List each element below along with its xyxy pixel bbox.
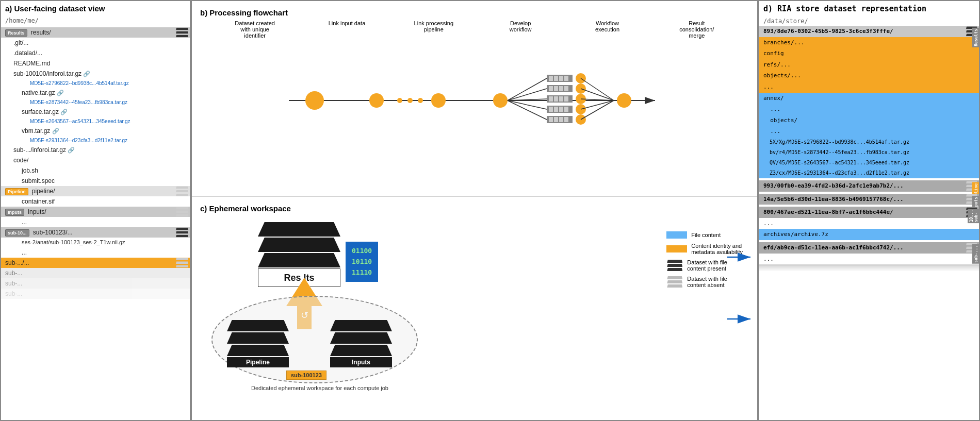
ria-objects-meta: objects/... [759,70,979,81]
step-label-3: Develop workflow [500,20,541,39]
ria-section-sub-efd: efd/ab9ca-d51c-11ea-aa6b-ac1f6bbc4742/..… [759,242,979,254]
link-icon-5: 🔗 [68,147,75,153]
step-label-5: Result consolidation/ merge [674,20,720,39]
svg-rect-33 [559,107,563,112]
ria-md5-3: QV/45/MD5E-s2643567--ac54321...345eeed.t… [759,158,979,168]
tree-row-sub-fade1: sub-... [1,268,190,278]
ria-fade-3 [759,268,979,271]
tree-row-sub-orange: sub-.../... [1,258,190,268]
svg-line-42 [508,78,547,100]
workspace-diagram: Res lts 01100 10110 11110 [206,216,433,386]
tree-row-jobsh: job.sh [1,165,190,176]
tree-row-submitspec: submit.spec [1,176,190,186]
legend-ds-absent: Dataset with filecontent absent [666,276,743,288]
legend-label-absent: Dataset with filecontent absent [687,276,727,288]
panel-d-root: /data/store/ [759,16,979,26]
ria-sub10-dots: ... [759,218,979,229]
legend-stack-gray [666,276,683,288]
ria-annex-objects: objects/ [759,115,979,126]
link-icon-2: 🔗 [57,90,64,96]
panel-c: c) Ephemeral workspace Res lts 01100 [192,197,757,420]
tree-row-container: container.sif [1,196,190,207]
ria-efd-dots: ... [759,254,979,265]
legend-ds-present: Dataset with filecontent present [666,259,743,272]
ria-md5-2: bv/r4/MD5E-s2873442--45fea23...fb983ca.t… [759,147,979,158]
panel-c-title: c) Ephemeral workspace [196,201,753,216]
ria-header-inputs: 14a/5e5b6-d30d-11ea-8836-b4969157768c/..… [759,194,979,205]
pipeline-label: Pipeline [227,357,289,367]
panel-a-content: Results results/ .git/... .datalad/... R… [1,25,190,420]
ria-annex: annex/ [759,93,979,104]
ria-section-sub10: 800/467ae-d521-11ea-8bf7-ac1f6bbc444e/ s… [759,207,979,218]
panel-a-root: /home/me/ [1,16,190,25]
legend-stack-dark [666,259,683,272]
svg-rect-32 [554,107,558,112]
legend-label-present: Dataset with filecontent present [687,259,727,272]
tree-row-vbm: vbm.tar.gz 🔗 [1,126,190,136]
tree-row-ses2: ses-2/anat/sub-100123_ses-2_T1w.nii.gz [1,238,190,247]
inputs-label: Inputs [330,357,392,367]
tree-row-git: .git/... [1,38,190,48]
tree-row-sub100123: sub-10... sub-100123/... [1,227,190,238]
panel-a-title: a) User-facing dataset view [1,1,190,16]
svg-rect-19 [549,86,553,91]
ria-annex-dots2: ... [759,126,979,137]
tree-row-md5-1: MD5E-s2796822--bd9938c...4b514af.tar.gz [1,79,190,88]
panel-d-content: 893/8de76-0302-45b5-9825-3c6ce3f3fffe/ R… [759,26,979,420]
inputs-stack: Inputs [330,319,392,367]
badge-pipeline: Pipeline [5,188,28,195]
panel-b: b) Processing flowchart Dataset created … [192,1,757,197]
link-icon-4: 🔗 [52,128,59,134]
tree-row-code: code/ [1,155,190,165]
stack-icon-sub100123 [175,227,189,238]
svg-rect-14 [554,76,558,81]
legend: File content Content identity andmetadat… [666,231,743,288]
panel-a: a) User-facing dataset view /home/me/ Re… [0,0,191,421]
ria-section-results: 893/8de76-0302-45b5-9825-3c6ce3f3fffe/ R… [759,26,979,37]
tree-row-native: native.tar.gz 🔗 [1,88,190,98]
legend-file-content: File content [666,231,743,239]
svg-rect-34 [564,107,568,112]
badge-ria-sub10: sub-10... [968,209,979,223]
badge-ria-sub-efd: sub-... [972,244,979,264]
sub-label: sub-100123 [286,371,326,380]
tree-row-datalad: .datalad/... [1,48,190,58]
ria-header-pipeline: 993/00fb0-ea39-4fd2-b36d-2afc1e9ab7b2/..… [759,180,979,192]
tree-row-md5-2: MD5E-s2873442--45fea23...fb983ca.tar.gz [1,98,190,107]
tree-row-readme: README.md [1,58,190,69]
subject-label: sub-100123 [286,371,326,380]
step-labels: Dataset created with unique identifier L… [196,20,753,39]
svg-rect-39 [559,117,563,122]
badge-ria-results: Results [972,28,979,47]
stack-icon-inputs [175,207,189,217]
ria-header-results: 893/8de76-0302-45b5-9825-3c6ce3f3fffe/ [759,26,979,37]
tree-row-results: Results results/ [1,27,190,38]
svg-point-8 [407,98,413,103]
svg-point-4 [369,93,384,108]
ephemeral-desc: Dedicated ephemeral workspace for each c… [222,385,418,391]
binary-display: 01100 10110 11110 [346,242,378,282]
ria-archive: archives/archive.7z [759,229,979,240]
svg-rect-22 [564,86,568,91]
tree-row-sub-inforoi: sub-.../inforoi.tar.gz 🔗 [1,145,190,155]
ria-header-sub-efd: efd/ab9ca-d51c-11ea-aa6b-ac1f6bbc4742/..… [759,242,979,254]
legend-label-file: File content [691,232,721,238]
svg-rect-25 [549,96,553,102]
badge-sub10: sub-10... [5,229,29,237]
results-stack: Res lts [258,221,340,287]
svg-point-7 [397,98,402,103]
badge-inputs: Inputs [5,209,24,216]
panel-b-title: b) Processing flowchart [196,5,753,20]
legend-label-identity: Content identity andmetadata availabilit… [691,243,743,255]
tree-row-sub-dots: ... [1,247,190,258]
tree-label-sub-orange: sub-.../... [5,259,29,266]
tree-row-surface: surface.tar.gz 🔗 [1,107,190,117]
tree-label-inputs: inputs/ [28,208,46,215]
tree-row-sub-fade2: sub-... [1,278,190,289]
ria-section-inputs: 14a/5e5b6-d30d-11ea-8836-b4969157768c/..… [759,194,979,205]
svg-rect-13 [549,76,553,81]
svg-rect-40 [564,117,568,122]
stack-icon-results [175,27,189,38]
step-label-4: Workflow execution [586,20,628,39]
svg-line-45 [508,100,547,109]
